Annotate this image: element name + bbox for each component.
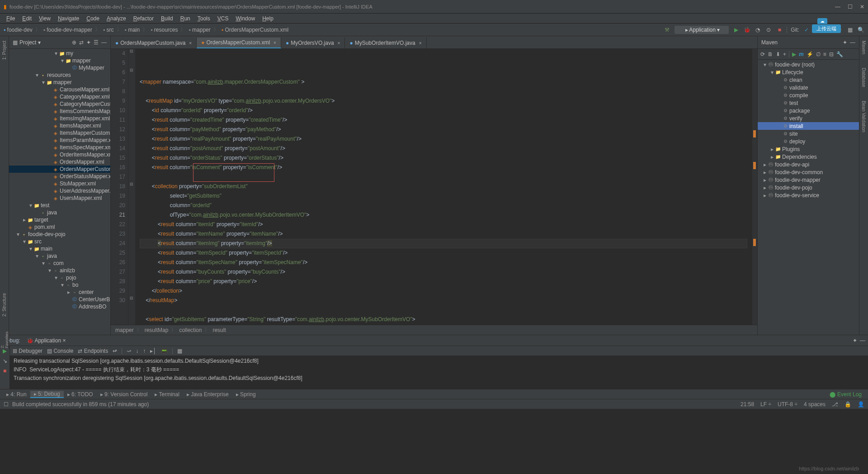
tree-item[interactable]: ▾▫ainilzb (9, 267, 110, 274)
maven-item[interactable]: ⚙test (758, 99, 859, 107)
maven-item[interactable]: ⚙deploy (758, 137, 859, 145)
menu-run[interactable]: Run (177, 14, 194, 23)
maven-item[interactable]: ▸ⓜfoodie-dev-pojo (758, 184, 859, 191)
tree-item[interactable]: ▪java (9, 209, 110, 216)
step-over-icon[interactable]: ⤻ (127, 348, 131, 354)
debug-settings-icon[interactable]: ✦ (853, 337, 857, 344)
settings-icon[interactable]: ☰ (94, 39, 99, 46)
console-prev-icon[interactable]: ↫ (113, 348, 117, 354)
maven-item[interactable]: ▸📁Dependencies (758, 153, 859, 161)
tree-item[interactable]: ◈ItemsMapperCustom.xml (9, 129, 110, 137)
tree-item[interactable]: ▸▫center (9, 289, 110, 296)
tree-item[interactable]: ▾▫com (9, 260, 110, 267)
maven-item[interactable]: ⚙clean (758, 76, 859, 84)
structure-icon[interactable]: ▦ (846, 26, 854, 33)
tree-item[interactable]: ◈CarouselMapper.xml (9, 86, 110, 93)
tool-5--debug[interactable]: ▸ 5: Debug (30, 391, 64, 398)
close-icon[interactable]: ✕ (860, 4, 864, 10)
project-tree[interactable]: ▾📁my▾📁mapperⒸMyMapper▾▪resources▾📁mapper… (9, 49, 110, 335)
gutter[interactable]: 4567891011121314151617181920212223242526… (111, 49, 128, 325)
crumb-item[interactable]: ▪ main (125, 27, 140, 33)
debug-icon[interactable]: 🐞 (743, 26, 750, 33)
resume-icon[interactable]: ↘ (3, 358, 7, 364)
code-editor[interactable]: <mapper namespace="com.ainilzb.mapper.Or… (135, 49, 752, 325)
menu-tools[interactable]: Tools (194, 14, 214, 23)
tree-item[interactable]: ⒸMyMapper (9, 64, 110, 71)
maven-item[interactable]: ⚙validate (758, 84, 859, 91)
tree-item[interactable]: ▾📁mapper (9, 57, 110, 64)
database-tool-button[interactable]: Database (861, 68, 866, 87)
crumb-item[interactable]: ▪ foodie-dev (4, 27, 33, 33)
reimport-icon[interactable]: ⟳ (760, 51, 765, 57)
tree-item[interactable]: ◈ItemsParamMapper.xml (9, 137, 110, 144)
stop-icon[interactable]: ■ (776, 26, 783, 33)
event-log-button[interactable]: ⬤ Event Log (826, 391, 865, 398)
indent[interactable]: 4 spaces (804, 401, 826, 408)
tree-item[interactable]: ▾▪resources (9, 71, 110, 79)
tree-item[interactable]: ▾📁src (9, 238, 110, 245)
tree-item[interactable]: ▾📁main (9, 245, 110, 252)
profile-icon[interactable]: ⊙ (765, 26, 772, 33)
debugger-tab[interactable]: ⊞ Debugger (13, 348, 42, 354)
git-pull-icon[interactable]: ✓ (803, 26, 810, 33)
run-maven-icon[interactable]: ▶ (792, 51, 796, 57)
maven-item[interactable]: ▾ⓜfoodie-dev (root) (758, 61, 859, 68)
menu-edit[interactable]: Edit (19, 14, 35, 23)
maven-tree[interactable]: ▾ⓜfoodie-dev (root)▾📁Lifecycle⚙clean⚙val… (758, 60, 859, 200)
collapse-icon[interactable]: ✦ (86, 39, 91, 46)
build-icon[interactable]: ⚒ (664, 26, 671, 33)
tree-item[interactable]: ◈StuMapper.xml (9, 180, 110, 187)
show-deps-icon[interactable]: ≡ (823, 51, 826, 57)
tree-item[interactable]: ▾▪foodie-dev-pojo (9, 231, 110, 238)
run-cursor-icon[interactable]: ▸│ (150, 348, 156, 354)
maven-item[interactable]: ⚙verify (758, 114, 859, 122)
project-panel-title[interactable]: Project ▾ (19, 39, 72, 46)
tree-item[interactable]: ▾📁mapper (9, 79, 110, 86)
menu-window[interactable]: Window (232, 14, 259, 23)
menu-help[interactable]: Help (259, 14, 277, 23)
hide-icon[interactable]: — (101, 39, 107, 46)
debug-hide-icon[interactable]: — (860, 337, 865, 344)
tree-item[interactable]: ◈ItemsCommentsMapper.x (9, 108, 110, 115)
maven-item[interactable]: ▸ⓜfoodie-dev-mapper (758, 176, 859, 184)
cloud-upload-button[interactable]: 上传云端 (812, 24, 841, 33)
git-branch[interactable]: ⎇ (832, 401, 838, 408)
collapse-all-icon[interactable]: ⊟ (829, 51, 834, 57)
run-config-combo[interactable]: ▸ Application ▾ (675, 26, 729, 34)
tree-item[interactable]: ◈OrdersMapper.xml (9, 158, 110, 166)
breadcrumb-item[interactable]: mapper (115, 327, 134, 333)
maven-item[interactable]: ⚙site (758, 130, 859, 137)
tree-item[interactable]: ◈OrderItemsMapper.xml (9, 151, 110, 158)
favorites-tool-button[interactable]: 2: Favorites (0, 330, 9, 348)
fold-column[interactable]: ⊟ ⊟ ⊟ ⊟ (128, 49, 135, 325)
cursor-position[interactable]: 21:58 (741, 401, 754, 408)
maven-item[interactable]: ⚙compile (758, 91, 859, 99)
encoding[interactable]: UTF-8 ÷ (778, 401, 797, 408)
tree-item[interactable]: ▾▫bo (9, 281, 110, 289)
crumb-item[interactable]: ▪ resources (151, 27, 178, 33)
expand-icon[interactable]: ⇄ (79, 39, 84, 46)
search-icon[interactable]: 🔍 (857, 26, 864, 33)
debug-app-tab[interactable]: 🐞 Application × (23, 337, 70, 345)
tree-item[interactable]: ◈UserAddressMapper.xml (9, 187, 110, 194)
tree-item[interactable]: ⒸAddressBO (9, 303, 110, 310)
coverage-icon[interactable]: ◔ (754, 26, 761, 33)
crumb-item[interactable]: ▪ src (103, 27, 114, 33)
maven-item[interactable]: ▸📁Plugins (758, 145, 859, 153)
console-tab[interactable]: ▤ Console (47, 348, 73, 354)
editor-tab[interactable]: ●MySubOrderItemVO.java× (345, 38, 426, 48)
editor-tab[interactable]: ●MyOrdersVO.java× (281, 38, 345, 48)
menu-vcs[interactable]: VCS (214, 14, 232, 23)
crumb-item[interactable]: ▪ OrdersMapperCustom.xml (222, 27, 288, 33)
maven-settings2-icon[interactable]: 🔧 (836, 51, 843, 57)
tree-item[interactable]: ◈ItemsImgMapper.xml (9, 115, 110, 122)
editor-breadcrumb[interactable]: mapper〉resultMap〉collection〉result (111, 325, 757, 335)
menu-build[interactable]: Build (157, 14, 177, 23)
execute-icon[interactable]: m (799, 51, 804, 57)
lock-icon[interactable]: 🔒 (844, 401, 851, 408)
tool-terminal[interactable]: ▸ Terminal (151, 391, 183, 398)
tree-item[interactable]: ▾📁test (9, 202, 110, 209)
menu-analyze[interactable]: Analyze (103, 14, 130, 23)
maven-item[interactable]: ▸ⓜfoodie-dev-api (758, 161, 859, 168)
tree-item[interactable]: ◈ItemsMapper.xml (9, 122, 110, 129)
